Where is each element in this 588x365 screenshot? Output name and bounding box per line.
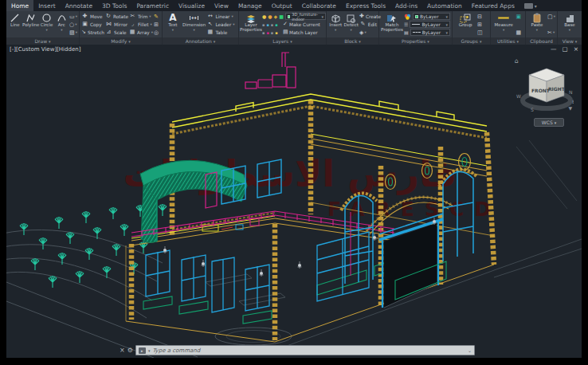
stretch-button[interactable]: ↘Stretch [81, 29, 104, 36]
command-close-icon[interactable]: × [120, 347, 125, 354]
ellipse-tool-button[interactable]: ○▾ [69, 21, 77, 28]
hatch-tool-button[interactable]: ▨▾ [69, 29, 77, 36]
group-button[interactable]: Group [454, 12, 476, 37]
tab-output[interactable]: Output [267, 0, 297, 11]
layer-lock-icon[interactable]: ◆ [274, 14, 278, 19]
ribbon-options-button[interactable]: ▾ [519, 0, 542, 11]
panel-label-view[interactable]: View ▾ [558, 37, 582, 45]
tab-view[interactable]: View [210, 0, 233, 11]
match-layer-button[interactable]: ▪▪▪▪ ▤ Match Layer [262, 29, 326, 36]
leader-button[interactable]: ↖Leader▾ [206, 21, 237, 28]
block-attributes-button[interactable]: ◈▾ [359, 29, 377, 36]
layer-dropdown[interactable]: 3D_furniture-indoor ▾ [285, 13, 326, 20]
wcs-dropdown[interactable]: WCS▾ [534, 118, 564, 127]
edit-block-button[interactable]: ✎Edit [359, 21, 377, 28]
panel-label-properties[interactable]: Properties ▾ [379, 37, 452, 45]
array-button[interactable]: ▦Array▾ [129, 29, 153, 36]
compass-n[interactable]: N [569, 89, 573, 95]
tab-insert[interactable]: Insert [33, 0, 61, 11]
lineweight-dropdown[interactable]: ByLayer▾ [410, 21, 450, 28]
drawing-canvas[interactable]: [-][Custom View][Hidden] — ▢ × [6, 45, 582, 358]
tab-home[interactable]: Home [6, 0, 33, 11]
panel-label-layers[interactable]: Layers ▾ [239, 37, 326, 45]
command-field[interactable]: ▸ ▾ ⌄ [135, 345, 475, 355]
command-expand-icon[interactable]: ⌄ [468, 347, 472, 353]
arc-button[interactable]: Arc ▾ [54, 12, 69, 37]
base-button[interactable]: Base ▾ [559, 12, 580, 37]
make-current-button[interactable]: ▪▪▪▪ ✓ Make Current [262, 21, 326, 28]
tab-express-tools[interactable]: Express Tools [341, 0, 390, 11]
linear-dimension-button[interactable]: ↔Linear▾ [206, 13, 237, 20]
erase-button[interactable]: ✎ [154, 13, 160, 20]
minimize-icon[interactable]: — [551, 45, 557, 53]
viewcube[interactable]: ⌂ N E S W FRONT RIGHT ▼ WCS▾ [507, 54, 574, 131]
layer-on-icon[interactable]: ● [262, 14, 266, 19]
command-input[interactable] [152, 347, 465, 354]
panel-label-block[interactable]: Block ▾ [327, 37, 378, 45]
tab-featured-apps[interactable]: Featured Apps [467, 0, 519, 11]
restore-icon[interactable]: ▢ [563, 45, 568, 53]
linetype-dropdown[interactable]: ByLayer▾ [410, 29, 450, 36]
quick-calc-button[interactable]: ▦ [516, 29, 524, 36]
tab-collaborate[interactable]: Collaborate [297, 0, 341, 11]
panel-label-annotation[interactable]: Annotation ▾ [163, 37, 238, 45]
tab-manage[interactable]: Manage [233, 0, 267, 11]
move-button[interactable]: ✚Move [81, 13, 104, 20]
tab-annotate[interactable]: Annotate [61, 0, 97, 11]
compass-w[interactable]: W [516, 93, 521, 99]
close-icon[interactable]: × [574, 45, 578, 53]
line-button[interactable]: Line [8, 12, 22, 37]
detect-button[interactable]: Detect ▾ [344, 12, 359, 37]
layer-properties-button[interactable]: Layer Properties [241, 12, 261, 37]
group-edit-button[interactable]: ⊞ [477, 21, 487, 28]
tab-3d-tools[interactable]: 3D Tools [97, 0, 131, 11]
copy-clip-button[interactable]: ▢▾ [547, 13, 555, 20]
explode-button[interactable]: ⊞ [154, 21, 160, 28]
insert-block-button[interactable]: Insert ▾ [328, 12, 343, 37]
tab-add-ins[interactable]: Add-ins [390, 0, 422, 11]
mirror-button[interactable]: ⋈Mirror [105, 21, 128, 28]
command-customize-icon[interactable]: ⚙ [127, 347, 133, 354]
offset-button[interactable]: ◎ [154, 29, 160, 36]
panel-label-groups[interactable]: Groups ▾ [453, 37, 490, 45]
copy-button[interactable]: ▣Copy [81, 21, 104, 28]
object-color-dropdown[interactable]: ByLayer▾ [413, 13, 450, 20]
measure-button[interactable]: Measure ▾ [492, 12, 515, 37]
tab-parametric[interactable]: Parametric [131, 0, 174, 11]
compass-e[interactable]: E [572, 99, 574, 104]
model-3d-building-wireframe[interactable]: فارس الاسطوانات FARESCD [6, 45, 582, 358]
layer-color-swatch[interactable]: ■ [279, 14, 284, 19]
fillet-button[interactable]: ◞Fillet▾ [129, 21, 153, 28]
rotate-button[interactable]: ↻Rotate [105, 13, 128, 20]
match-properties-button[interactable]: Match Properties [381, 12, 403, 37]
scale-button[interactable]: ⊿Scale [105, 29, 128, 36]
quick-select-button[interactable]: ▣ [516, 13, 524, 20]
layer-freeze-icon[interactable]: ● [268, 14, 272, 19]
paste-button[interactable]: Paste ▾ [527, 12, 547, 37]
compass-s[interactable]: S [531, 107, 534, 112]
ungroup-button[interactable]: ⊟ [477, 13, 487, 20]
viewport-view-button[interactable]: [Custom View] [16, 46, 57, 53]
table-button[interactable]: ▦Table [206, 29, 237, 36]
recent-commands-icon[interactable]: ▾ [148, 348, 151, 353]
viewport-style-button[interactable]: [Hidden] [57, 46, 80, 53]
dimension-button[interactable]: ↔ Dimension ▾ [182, 12, 206, 37]
circle-button[interactable]: Circle ▾ [40, 12, 54, 37]
cut-clip-button[interactable]: ✂▾ [547, 29, 555, 36]
viewcube-menu-icon[interactable]: ▼ [568, 105, 572, 111]
text-button[interactable]: A Text ▾ [164, 12, 182, 37]
create-block-button[interactable]: ✚Create [359, 13, 377, 20]
trim-button[interactable]: ✂Trim▾ [129, 13, 153, 20]
panel-label-clipboard[interactable]: Clipboard [526, 37, 557, 45]
panel-label-utilities[interactable]: Utilities ▾ [491, 37, 525, 45]
group-selection-button[interactable]: ◫ [477, 29, 487, 36]
panel-label-draw[interactable]: Draw ▾ [6, 37, 79, 45]
scale-icon: ⊿ [105, 29, 112, 36]
tab-automation[interactable]: Automation [422, 0, 467, 11]
rectangle-tool-button[interactable]: ▭▾ [69, 13, 77, 20]
panel-label-modify[interactable]: Modify ▾ [80, 37, 162, 45]
polyline-button[interactable]: Polyline [23, 12, 39, 37]
viewport-menu-button[interactable]: [-] [10, 46, 16, 53]
panel-utilities: Measure ▾ ▣ ▦ Utilities ▾ [491, 11, 526, 45]
tab-visualize[interactable]: Visualize [174, 0, 210, 11]
